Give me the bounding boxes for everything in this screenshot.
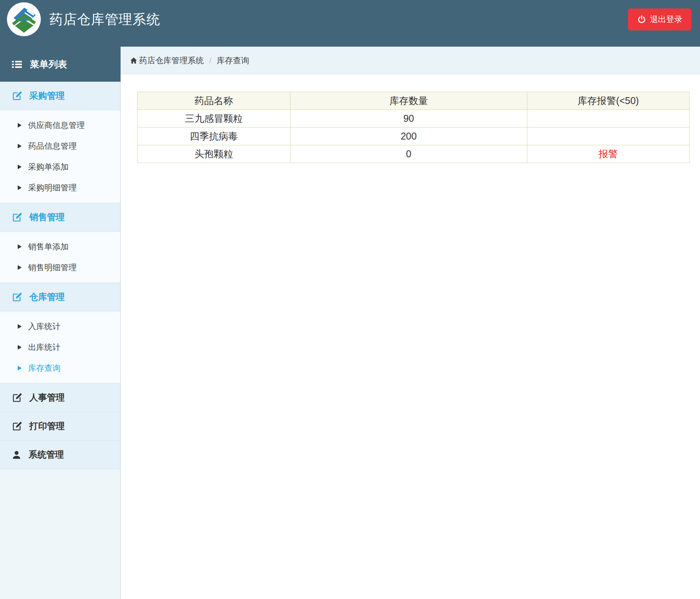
sidebar-nav: 采购管理 供应商信息管理 药品信息管理 采购单添加 采购明细管理 [0,82,121,599]
edit-icon [12,392,22,403]
sidebar-section-label: 人事管理 [29,392,65,404]
sidebar-section-system-management[interactable]: 系统管理 [0,441,120,469]
sidebar-item-label: 采购明细管理 [28,182,77,193]
submenu-sales: 销售单添加 销售明细管理 [0,232,120,283]
power-icon [637,15,646,24]
cell-stock-qty: 0 [290,145,527,163]
sidebar-item-stock-query[interactable]: 库存查询 [0,358,120,379]
content-area: 药品名称 库存数量 库存报警(<50) 三九感冒颗粒 90 四季抗病毒 200 [121,74,700,163]
sidebar-item-purchase-detail[interactable]: 采购明细管理 [0,177,120,198]
caret-right-icon [18,185,22,190]
sidebar-item-purchase-order-add[interactable]: 采购单添加 [0,156,120,177]
sidebar-item-label: 销售单添加 [28,241,69,252]
column-header-stock-alert: 库存报警(<50) [527,92,689,110]
table-row: 四季抗病毒 200 [138,128,690,145]
main-area: 药店仓库管理系统 / 库存查询 药品名称 库存数量 库存报警(<50) 三九感冒… [121,47,700,599]
breadcrumb-root-label: 药店仓库管理系统 [139,55,204,66]
table-row: 头孢颗粒 0 报警 [138,145,690,163]
home-icon [130,57,138,64]
column-header-stock-qty: 库存数量 [290,92,527,110]
cell-drug-name: 三九感冒颗粒 [138,110,290,128]
caret-right-icon [18,324,22,329]
caret-right-icon [18,265,22,270]
table-header-row: 药品名称 库存数量 库存报警(<50) [138,92,690,110]
submenu-purchase: 供应商信息管理 药品信息管理 采购单添加 采购明细管理 [0,110,120,203]
breadcrumb-current: 库存查询 [217,55,249,66]
edit-icon [12,421,22,432]
sidebar-section-purchase-management[interactable]: 采购管理 [0,82,120,110]
sidebar-section-label: 仓库管理 [29,291,65,303]
sidebar-section-sales-management[interactable]: 销售管理 [0,203,120,232]
sidebar-item-label: 供应商信息管理 [28,120,85,131]
sidebar-item-outbound-stats[interactable]: 出库统计 [0,337,120,358]
breadcrumb: 药店仓库管理系统 / 库存查询 [121,47,700,74]
sidebar-section-label: 销售管理 [29,211,65,223]
sidebar-section-label: 打印管理 [29,420,65,432]
cell-stock-qty: 200 [290,128,527,145]
logout-label: 退出登录 [650,14,682,25]
sidebar-item-label: 采购单添加 [28,162,69,172]
breadcrumb-home-link[interactable]: 药店仓库管理系统 [130,55,204,66]
edit-icon [12,292,22,303]
caret-right-icon [18,123,22,128]
sidebar-item-label: 药品信息管理 [28,141,77,151]
sidebar-item-drug-info[interactable]: 药品信息管理 [0,136,120,156]
table-row: 三九感冒颗粒 90 [138,110,690,128]
sidebar: 菜单列表 采购管理 供应商信息管理 药品信息管理 采购单添加 [0,47,121,599]
cell-stock-alert [527,128,689,145]
column-header-drug-name: 药品名称 [138,92,290,110]
inventory-table: 药品名称 库存数量 库存报警(<50) 三九感冒颗粒 90 四季抗病毒 200 [137,92,690,163]
sidebar-item-sales-order-add[interactable]: 销售单添加 [0,236,120,257]
sidebar-item-label: 销售明细管理 [28,262,77,273]
sidebar-item-label: 出库统计 [28,342,60,353]
submenu-warehouse: 入库统计 出库统计 库存查询 [0,311,120,384]
user-icon [12,450,22,460]
top-banner: 药店仓库管理系统 退出登录 [0,0,700,47]
caret-right-icon [18,144,22,148]
sidebar-item-label: 库存查询 [28,363,60,374]
cell-stock-qty: 90 [290,110,527,128]
caret-right-icon [18,165,22,169]
sidebar-item-supplier-info[interactable]: 供应商信息管理 [0,115,120,136]
sidebar-section-hr-management[interactable]: 人事管理 [0,384,120,412]
sidebar-section-warehouse-management[interactable]: 仓库管理 [0,283,120,311]
app-logo [7,2,41,36]
logout-button[interactable]: 退出登录 [628,8,692,30]
app-title: 药店仓库管理系统 [49,10,160,29]
menu-list-icon [12,59,22,70]
sidebar-menu-header: 菜单列表 [0,47,121,82]
edit-icon [12,212,22,223]
caret-right-icon [18,345,22,350]
sidebar-item-label: 入库统计 [28,321,60,332]
cell-drug-name: 头孢颗粒 [138,145,290,163]
sidebar-item-sales-detail[interactable]: 销售明细管理 [0,257,120,278]
sidebar-item-inbound-stats[interactable]: 入库统计 [0,316,120,337]
sidebar-menu-title: 菜单列表 [30,58,67,71]
sidebar-section-label: 系统管理 [29,449,64,461]
edit-icon [12,91,22,101]
cell-stock-alert [527,110,689,128]
cell-stock-alert: 报警 [527,145,689,163]
sidebar-section-label: 采购管理 [29,90,65,102]
caret-right-icon [18,244,22,249]
caret-right-icon [18,366,22,370]
cell-drug-name: 四季抗病毒 [138,128,290,145]
breadcrumb-separator: / [209,56,212,65]
sidebar-section-print-management[interactable]: 打印管理 [0,412,120,441]
